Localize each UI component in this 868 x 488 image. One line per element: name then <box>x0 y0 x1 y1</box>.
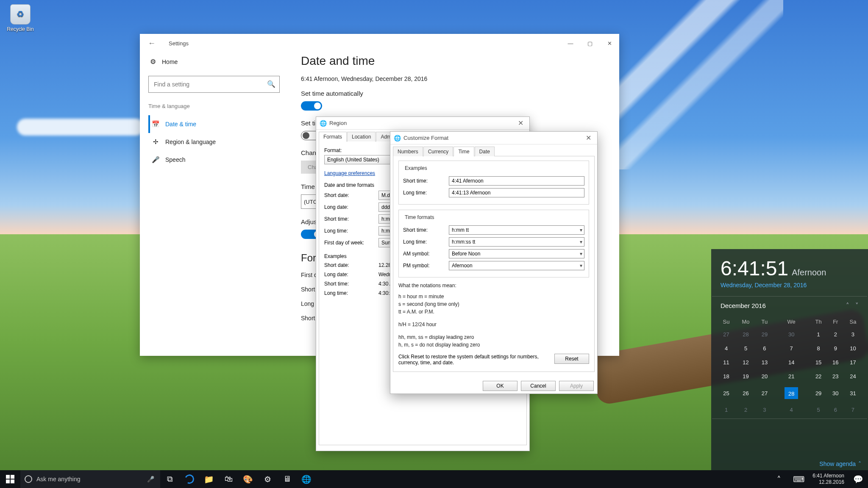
calendar-day[interactable]: 4 <box>773 403 810 417</box>
action-center-button[interactable]: 💬 <box>849 470 868 488</box>
tab-formats[interactable]: Formats <box>319 132 347 141</box>
taskbar-clock[interactable]: 6:41 Afernoon 12.28.2016 <box>808 473 849 485</box>
tray-overflow-button[interactable]: ˄ <box>769 470 789 488</box>
calendar-day[interactable]: 16 <box>827 355 844 369</box>
globe-icon: 🌐 <box>394 135 401 141</box>
calendar-day[interactable]: 12 <box>735 355 756 369</box>
calendar-day[interactable]: 9 <box>827 341 844 355</box>
language-preferences-link[interactable]: Language preferences <box>324 170 375 176</box>
region-icon: ✢ <box>152 138 159 146</box>
clock-time: 6:41:51Afernoon <box>711 249 868 280</box>
calendar-day[interactable]: 10 <box>844 341 862 355</box>
calendar-day[interactable]: 2 <box>735 403 756 417</box>
calendar-day[interactable]: 28 <box>735 327 756 341</box>
close-button[interactable]: ✕ <box>515 119 526 127</box>
back-button[interactable]: ← <box>143 35 160 52</box>
tab-currency[interactable]: Currency <box>423 147 453 156</box>
calendar-day[interactable]: 25 <box>717 383 735 403</box>
taskbar-app-paint[interactable]: 🎨 <box>238 470 258 488</box>
recycle-bin[interactable]: Recycle Bin <box>4 4 36 32</box>
maximize-button[interactable]: ▢ <box>580 36 600 50</box>
close-button[interactable]: ✕ <box>583 134 594 142</box>
calendar-day[interactable]: 1 <box>717 403 735 417</box>
calendar-day[interactable]: 1 <box>810 327 827 341</box>
calendar-day[interactable]: 29 <box>756 327 773 341</box>
calendar-day[interactable]: 3 <box>844 327 862 341</box>
search-input[interactable] <box>148 76 280 93</box>
calendar-grid: SuMoTuWeThFrSa 2728293012345678910111213… <box>717 316 862 417</box>
calendar-day[interactable]: 17 <box>844 355 862 369</box>
calendar-month[interactable]: December 2016 <box>721 302 766 309</box>
calendar-day[interactable]: 20 <box>756 369 773 383</box>
am-symbol-combo[interactable]: Before Noon <box>449 249 584 258</box>
calendar-day[interactable]: 19 <box>735 369 756 383</box>
settings-title: Settings <box>169 40 189 47</box>
taskbar-app[interactable]: 🌐 <box>297 470 316 488</box>
taskbar: Ask me anything 🎤 ⧉ 📁 🛍 🎨 ⚙ 🖥 🌐 ˄ ⌨ 6:41… <box>0 470 868 488</box>
calendar-day[interactable]: 7 <box>773 341 810 355</box>
calendar-day[interactable]: 24 <box>844 369 862 383</box>
calendar-day[interactable]: 18 <box>717 369 735 383</box>
apply-button[interactable]: Apply <box>559 381 594 391</box>
calendar-day[interactable]: 27 <box>756 383 773 403</box>
ok-button[interactable]: OK <box>483 381 517 391</box>
tab-time[interactable]: Time <box>453 147 474 156</box>
calendar-day[interactable]: 28 <box>773 383 810 403</box>
sidebar-item-speech[interactable]: 🎤 Speech <box>148 151 280 169</box>
auto-time-toggle[interactable] <box>301 101 322 111</box>
calendar-day[interactable]: 23 <box>827 369 844 383</box>
auto-time-label: Set time automatically <box>301 90 606 97</box>
reset-button[interactable]: Reset <box>554 354 589 364</box>
calendar-day[interactable]: 30 <box>827 383 844 403</box>
calendar-dow: Tu <box>756 316 773 327</box>
next-month-button[interactable]: ˅ <box>855 302 859 309</box>
start-button[interactable] <box>0 470 20 488</box>
calendar-day[interactable]: 6 <box>756 341 773 355</box>
taskbar-app-settings[interactable]: ⚙ <box>258 470 277 488</box>
calendar-day[interactable]: 7 <box>844 403 862 417</box>
task-view-button[interactable]: ⧉ <box>160 470 180 488</box>
calendar-day[interactable]: 11 <box>717 355 735 369</box>
tab-location[interactable]: Location <box>347 132 376 141</box>
long-time-combo[interactable]: h:mm:ss tt <box>449 237 584 247</box>
calendar-day[interactable]: 5 <box>810 403 827 417</box>
cancel-button[interactable]: Cancel <box>521 381 556 391</box>
sidebar-item-date-time[interactable]: 📅 Date & time <box>148 115 280 133</box>
taskbar-app[interactable]: 🖥 <box>277 470 297 488</box>
calendar-day[interactable]: 4 <box>717 341 735 355</box>
close-button[interactable]: ✕ <box>600 36 619 50</box>
sidebar-item-region[interactable]: ✢ Region & language <box>148 133 280 151</box>
calendar-dow: Fr <box>827 316 844 327</box>
taskbar-app-edge[interactable] <box>180 470 199 488</box>
pm-symbol-combo[interactable]: Afernoon <box>449 261 584 270</box>
tab-date[interactable]: Date <box>475 147 495 156</box>
calendar-day[interactable]: 22 <box>810 369 827 383</box>
calendar-day[interactable]: 27 <box>717 327 735 341</box>
ex-long-label: Long time: <box>403 190 445 196</box>
calendar-day[interactable]: 30 <box>773 327 810 341</box>
calendar-day[interactable]: 26 <box>735 383 756 403</box>
show-agenda-button[interactable]: Show agenda˄ <box>819 460 861 467</box>
calendar-day[interactable]: 13 <box>756 355 773 369</box>
calendar-day[interactable]: 5 <box>735 341 756 355</box>
prev-month-button[interactable]: ˄ <box>846 302 849 309</box>
home-button[interactable]: ⚙ Home <box>148 53 280 71</box>
clock-date-link[interactable]: Wednesday, December 28, 2016 <box>711 280 868 296</box>
taskbar-app-explorer[interactable]: 📁 <box>199 470 219 488</box>
short-time-combo[interactable]: h:mm tt <box>449 225 584 235</box>
minimize-button[interactable]: — <box>561 36 580 50</box>
calendar-day[interactable]: 3 <box>756 403 773 417</box>
calendar-day[interactable]: 15 <box>810 355 827 369</box>
taskbar-app-store[interactable]: 🛍 <box>219 470 238 488</box>
calendar-day[interactable]: 29 <box>810 383 827 403</box>
calendar-day[interactable]: 8 <box>810 341 827 355</box>
tray-keyboard-icon[interactable]: ⌨ <box>789 470 808 488</box>
calendar-day[interactable]: 21 <box>773 369 810 383</box>
calendar-day[interactable]: 14 <box>773 355 810 369</box>
tab-numbers[interactable]: Numbers <box>393 147 423 156</box>
cortana-search[interactable]: Ask me anything 🎤 <box>20 470 160 488</box>
calendar-day[interactable]: 6 <box>827 403 844 417</box>
sidebar-item-label: Region & language <box>165 139 216 145</box>
calendar-day[interactable]: 2 <box>827 327 844 341</box>
calendar-day[interactable]: 31 <box>844 383 862 403</box>
